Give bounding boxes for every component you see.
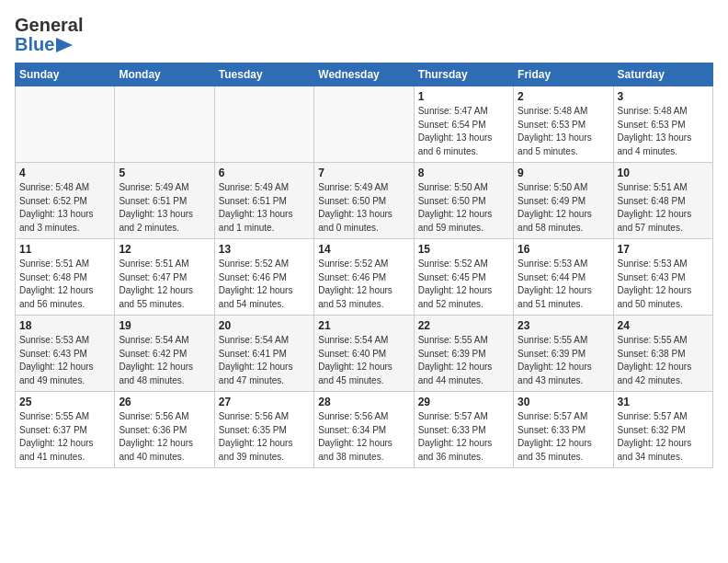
day-info: Sunrise: 5:56 AM Sunset: 6:36 PM Dayligh…	[119, 410, 210, 464]
day-number: 10	[618, 167, 709, 179]
calendar-cell: 17Sunrise: 5:53 AM Sunset: 6:43 PM Dayli…	[613, 239, 712, 316]
day-number: 4	[19, 167, 110, 179]
day-info: Sunrise: 5:48 AM Sunset: 6:53 PM Dayligh…	[618, 105, 709, 158]
logo-text: General Blue	[15, 15, 83, 55]
calendar-cell: 22Sunrise: 5:55 AM Sunset: 6:39 PM Dayli…	[414, 316, 513, 392]
calendar-cell: 28Sunrise: 5:56 AM Sunset: 6:34 PM Dayli…	[314, 392, 414, 468]
calendar-cell: 15Sunrise: 5:52 AM Sunset: 6:45 PM Dayli…	[414, 239, 513, 316]
calendar-cell	[314, 86, 414, 163]
day-number: 3	[618, 90, 709, 103]
calendar-cell	[115, 86, 214, 163]
day-info: Sunrise: 5:55 AM Sunset: 6:38 PM Dayligh…	[618, 334, 709, 387]
calendar-cell: 20Sunrise: 5:54 AM Sunset: 6:41 PM Dayli…	[214, 316, 313, 392]
calendar-cell: 29Sunrise: 5:57 AM Sunset: 6:33 PM Dayli…	[414, 392, 513, 468]
day-info: Sunrise: 5:56 AM Sunset: 6:34 PM Dayligh…	[318, 410, 409, 464]
calendar-cell: 10Sunrise: 5:51 AM Sunset: 6:48 PM Dayli…	[613, 163, 712, 239]
day-info: Sunrise: 5:55 AM Sunset: 6:39 PM Dayligh…	[518, 334, 609, 387]
calendar-cell: 9Sunrise: 5:50 AM Sunset: 6:49 PM Daylig…	[514, 163, 613, 239]
day-info: Sunrise: 5:49 AM Sunset: 6:51 PM Dayligh…	[119, 181, 210, 235]
day-number: 11	[19, 243, 110, 256]
day-number: 15	[418, 243, 509, 256]
day-number: 31	[618, 396, 709, 408]
day-info: Sunrise: 5:47 AM Sunset: 6:54 PM Dayligh…	[418, 105, 509, 158]
calendar-cell: 14Sunrise: 5:52 AM Sunset: 6:46 PM Dayli…	[314, 239, 414, 316]
calendar-cell: 13Sunrise: 5:52 AM Sunset: 6:46 PM Dayli…	[214, 239, 313, 316]
calendar-cell: 3Sunrise: 5:48 AM Sunset: 6:53 PM Daylig…	[613, 86, 712, 163]
svg-marker-0	[56, 38, 73, 52]
day-of-week-header: Thursday	[414, 63, 513, 86]
calendar-cell	[16, 86, 115, 163]
day-number: 13	[219, 243, 310, 256]
day-info: Sunrise: 5:53 AM Sunset: 6:43 PM Dayligh…	[618, 258, 709, 311]
calendar-cell: 5Sunrise: 5:49 AM Sunset: 6:51 PM Daylig…	[115, 163, 214, 239]
day-number: 7	[318, 167, 409, 179]
calendar-header-row: SundayMondayTuesdayWednesdayThursdayFrid…	[16, 63, 713, 86]
day-info: Sunrise: 5:57 AM Sunset: 6:32 PM Dayligh…	[618, 410, 709, 464]
day-number: 18	[19, 319, 110, 332]
calendar-cell	[214, 86, 313, 163]
day-info: Sunrise: 5:50 AM Sunset: 6:50 PM Dayligh…	[418, 181, 509, 235]
logo-arrow-icon	[56, 38, 73, 52]
day-number: 24	[618, 319, 709, 332]
day-number: 25	[19, 396, 110, 408]
day-number: 17	[618, 243, 709, 256]
day-info: Sunrise: 5:55 AM Sunset: 6:37 PM Dayligh…	[19, 410, 110, 464]
day-info: Sunrise: 5:56 AM Sunset: 6:35 PM Dayligh…	[219, 410, 310, 464]
day-info: Sunrise: 5:57 AM Sunset: 6:33 PM Dayligh…	[518, 410, 609, 464]
day-of-week-header: Sunday	[16, 63, 115, 86]
calendar-cell: 18Sunrise: 5:53 AM Sunset: 6:43 PM Dayli…	[16, 316, 115, 392]
day-number: 26	[119, 396, 210, 408]
page-header: General Blue	[15, 15, 713, 55]
calendar-cell: 19Sunrise: 5:54 AM Sunset: 6:42 PM Dayli…	[115, 316, 214, 392]
day-info: Sunrise: 5:52 AM Sunset: 6:46 PM Dayligh…	[219, 258, 310, 311]
day-number: 14	[318, 243, 409, 256]
calendar-week-row: 18Sunrise: 5:53 AM Sunset: 6:43 PM Dayli…	[16, 316, 713, 392]
calendar-cell: 6Sunrise: 5:49 AM Sunset: 6:51 PM Daylig…	[214, 163, 313, 239]
day-info: Sunrise: 5:52 AM Sunset: 6:45 PM Dayligh…	[418, 258, 509, 311]
day-number: 5	[119, 167, 210, 179]
day-info: Sunrise: 5:51 AM Sunset: 6:48 PM Dayligh…	[19, 258, 110, 311]
day-of-week-header: Friday	[514, 63, 613, 86]
calendar-cell: 16Sunrise: 5:53 AM Sunset: 6:44 PM Dayli…	[514, 239, 613, 316]
day-number: 2	[518, 90, 609, 103]
calendar-cell: 7Sunrise: 5:49 AM Sunset: 6:50 PM Daylig…	[314, 163, 414, 239]
calendar-cell: 30Sunrise: 5:57 AM Sunset: 6:33 PM Dayli…	[514, 392, 613, 468]
calendar-cell: 12Sunrise: 5:51 AM Sunset: 6:47 PM Dayli…	[115, 239, 214, 316]
day-info: Sunrise: 5:55 AM Sunset: 6:39 PM Dayligh…	[418, 334, 509, 387]
day-info: Sunrise: 5:54 AM Sunset: 6:41 PM Dayligh…	[219, 334, 310, 387]
day-info: Sunrise: 5:53 AM Sunset: 6:44 PM Dayligh…	[518, 258, 609, 311]
day-number: 6	[219, 167, 310, 179]
day-number: 20	[219, 319, 310, 332]
calendar-cell: 4Sunrise: 5:48 AM Sunset: 6:52 PM Daylig…	[16, 163, 115, 239]
day-info: Sunrise: 5:51 AM Sunset: 6:47 PM Dayligh…	[119, 258, 210, 311]
day-info: Sunrise: 5:51 AM Sunset: 6:48 PM Dayligh…	[618, 181, 709, 235]
day-info: Sunrise: 5:54 AM Sunset: 6:42 PM Dayligh…	[119, 334, 210, 387]
calendar-cell: 1Sunrise: 5:47 AM Sunset: 6:54 PM Daylig…	[414, 86, 513, 163]
calendar-week-row: 1Sunrise: 5:47 AM Sunset: 6:54 PM Daylig…	[16, 86, 713, 163]
day-of-week-header: Wednesday	[314, 63, 414, 86]
day-number: 23	[518, 319, 609, 332]
day-number: 21	[318, 319, 409, 332]
calendar-table: SundayMondayTuesdayWednesdayThursdayFrid…	[15, 63, 713, 468]
calendar-week-row: 4Sunrise: 5:48 AM Sunset: 6:52 PM Daylig…	[16, 163, 713, 239]
day-number: 27	[219, 396, 310, 408]
day-number: 22	[418, 319, 509, 332]
day-number: 19	[119, 319, 210, 332]
calendar-cell: 26Sunrise: 5:56 AM Sunset: 6:36 PM Dayli…	[115, 392, 214, 468]
day-number: 28	[318, 396, 409, 408]
day-info: Sunrise: 5:48 AM Sunset: 6:52 PM Dayligh…	[19, 181, 110, 235]
calendar-cell: 24Sunrise: 5:55 AM Sunset: 6:38 PM Dayli…	[613, 316, 712, 392]
day-of-week-header: Tuesday	[214, 63, 313, 86]
calendar-cell: 23Sunrise: 5:55 AM Sunset: 6:39 PM Dayli…	[514, 316, 613, 392]
calendar-cell: 2Sunrise: 5:48 AM Sunset: 6:53 PM Daylig…	[514, 86, 613, 163]
day-number: 9	[518, 167, 609, 179]
calendar-cell: 8Sunrise: 5:50 AM Sunset: 6:50 PM Daylig…	[414, 163, 513, 239]
calendar-cell: 25Sunrise: 5:55 AM Sunset: 6:37 PM Dayli…	[16, 392, 115, 468]
day-info: Sunrise: 5:48 AM Sunset: 6:53 PM Dayligh…	[518, 105, 609, 158]
day-info: Sunrise: 5:50 AM Sunset: 6:49 PM Dayligh…	[518, 181, 609, 235]
day-number: 8	[418, 167, 509, 179]
day-info: Sunrise: 5:49 AM Sunset: 6:51 PM Dayligh…	[219, 181, 310, 235]
day-info: Sunrise: 5:54 AM Sunset: 6:40 PM Dayligh…	[318, 334, 409, 387]
day-number: 12	[119, 243, 210, 256]
day-number: 16	[518, 243, 609, 256]
